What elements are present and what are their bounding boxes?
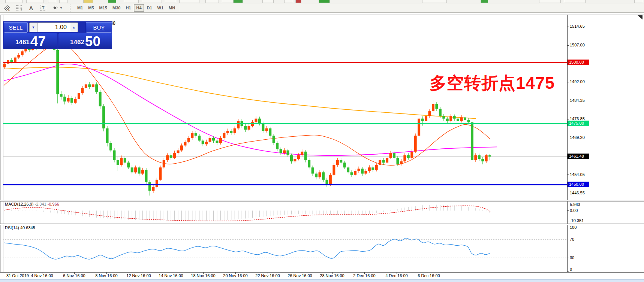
toolbar-partial-button[interactable] xyxy=(262,0,274,3)
rsi-axis-tick xyxy=(567,240,569,240)
macd-axis-tick xyxy=(567,221,569,221)
buy-price-tile[interactable]: 146250 xyxy=(58,33,112,49)
rsi-axis-label: 100 xyxy=(570,225,577,230)
toolbar-partial-button[interactable] xyxy=(165,0,176,3)
price-axis-tick xyxy=(567,101,569,101)
rsi-label: RSI(14) xyxy=(5,225,19,230)
sell-price-tile[interactable]: 146147 xyxy=(4,33,57,49)
toolbar-partial-button[interactable] xyxy=(26,0,43,3)
toolbar-separator xyxy=(70,4,72,12)
macd-axis-label: 0.00 xyxy=(570,208,578,213)
time-axis-label: 20 Nov 16:00 xyxy=(219,273,252,278)
buy-button[interactable]: BUY xyxy=(86,22,112,33)
timeframe-button-m30[interactable]: M30 xyxy=(110,4,123,12)
time-axis-tick xyxy=(235,272,236,274)
toolbar-partial-button[interactable] xyxy=(295,0,301,3)
price-axis-label: 1514.65 xyxy=(570,24,585,29)
macd-axis-tick xyxy=(567,210,569,211)
time-axis-label: 26 Nov 16:00 xyxy=(283,273,317,278)
toolbar-partial-button[interactable] xyxy=(564,0,586,3)
trade-price-tiles: 146147 146250 xyxy=(4,33,111,49)
panel-splitter xyxy=(0,272,644,273)
chart-annotation-text: 多空转折点1475 xyxy=(430,72,555,94)
time-axis-tick xyxy=(106,272,107,274)
time-axis-tick xyxy=(203,272,204,274)
volume-increase-button[interactable]: ▲ xyxy=(70,22,78,32)
timeframe-button-m15[interactable]: M15 xyxy=(97,4,109,12)
price-axis-label: 1446.55 xyxy=(570,191,585,195)
time-axis-label: 4 Nov 16:00 xyxy=(25,273,59,278)
rsi-axis-tick xyxy=(567,258,569,258)
time-axis-label: 12 Nov 16:00 xyxy=(122,273,156,278)
equidistant-channel-icon[interactable]: E xyxy=(2,4,12,12)
toolbar-partial-button[interactable] xyxy=(179,0,199,3)
volume-input[interactable] xyxy=(37,22,70,32)
toolbar-partial-button[interactable] xyxy=(233,0,243,3)
time-axis-label: 18 Nov 16:00 xyxy=(186,273,220,278)
rsi-axis-label: 0 xyxy=(570,267,572,272)
toolbar-partial-button[interactable] xyxy=(48,0,56,3)
toolbar-partial-button[interactable] xyxy=(539,0,561,3)
time-axis-tick xyxy=(171,272,171,274)
toolbar-partial-button[interactable] xyxy=(142,0,162,3)
arrows-tool-icon[interactable]: ▼ xyxy=(50,4,64,12)
price-axis-label: 1484.35 xyxy=(570,98,585,103)
text-label-icon[interactable]: A xyxy=(26,4,36,12)
rsi-header: RSI(14) 40.6345 xyxy=(5,225,35,230)
time-axis-tick xyxy=(429,272,429,274)
price-axis-line xyxy=(567,15,568,272)
price-axis-badge: 1475.00 xyxy=(568,121,589,126)
timeframe-button-w1[interactable]: W1 xyxy=(155,4,166,12)
time-axis-label: 14 Nov 16:00 xyxy=(154,273,188,278)
timeframe-button-h1[interactable]: H1 xyxy=(123,4,133,12)
toolbar-partial-button[interactable] xyxy=(59,0,67,3)
buy-price-main: 1462 xyxy=(70,36,84,49)
price-axis-tick xyxy=(567,82,569,82)
price-axis-label: 1507.00 xyxy=(570,43,585,48)
price-axis-tick xyxy=(567,175,569,175)
toolbar-partial-button[interactable] xyxy=(5,0,22,3)
price-axis-tick xyxy=(567,45,569,46)
time-axis-tick xyxy=(268,272,268,274)
timeframe-button-d1[interactable]: D1 xyxy=(145,4,154,12)
macd-axis-label: 5.963 xyxy=(570,202,580,207)
toolbar-partial-button[interactable] xyxy=(634,0,643,3)
toolbar-partial-button[interactable] xyxy=(422,0,447,3)
toolbar-partial-button[interactable] xyxy=(284,0,293,3)
timeframe-button-mn[interactable]: MN xyxy=(166,4,177,12)
toolbar-partial-button[interactable] xyxy=(108,0,116,3)
fibonacci-icon[interactable]: F xyxy=(14,4,24,12)
timeframe-button-m5[interactable]: M5 xyxy=(86,4,96,12)
toolbar-partial-button[interactable] xyxy=(319,0,330,3)
timeframe-button-m1[interactable]: M1 xyxy=(75,4,85,12)
ma-slow-line xyxy=(4,67,476,118)
sell-price-main: 1461 xyxy=(15,36,30,49)
time-axis-tick xyxy=(42,272,42,274)
window-border xyxy=(0,15,1,272)
macd-panel[interactable] xyxy=(3,201,567,224)
time-axis-label: 6 Dec 16:00 xyxy=(412,273,446,278)
time-axis-tick xyxy=(139,272,139,274)
time-axis-tick xyxy=(74,272,75,274)
sell-button[interactable]: SELL xyxy=(4,22,28,33)
time-axis-label: 22 Nov 16:00 xyxy=(251,273,285,278)
rsi-axis-label: 30 xyxy=(570,255,574,260)
timeframe-button-h4[interactable]: H4 xyxy=(134,4,144,12)
top-partial-toolbar xyxy=(0,0,644,3)
main-toolbar: E F A T ▼ M1M5M15M30H1H4D1W1MN xyxy=(0,3,644,13)
toolbar-partial-button[interactable] xyxy=(205,0,219,3)
triangle-down-icon: ▼ xyxy=(32,25,35,29)
rsi-panel[interactable] xyxy=(3,225,567,272)
price-axis-label: 1469.20 xyxy=(570,135,585,140)
toolbar-partial-button[interactable] xyxy=(481,0,488,3)
svg-text:F: F xyxy=(21,9,22,11)
price-axis-tick xyxy=(567,119,569,119)
toolbar-partial-button[interactable] xyxy=(124,0,139,3)
text-box-icon[interactable]: T xyxy=(38,4,48,12)
arrows-dropdown-caret-icon[interactable]: ▼ xyxy=(60,6,63,10)
volume-decrease-button[interactable]: ▼ xyxy=(29,22,37,32)
price-axis-label: 1454.05 xyxy=(570,172,585,177)
buy-price-pips: 50 xyxy=(85,34,100,49)
toolbar-partial-button[interactable] xyxy=(83,0,93,3)
chart-shift-marker-icon[interactable] xyxy=(638,15,643,19)
